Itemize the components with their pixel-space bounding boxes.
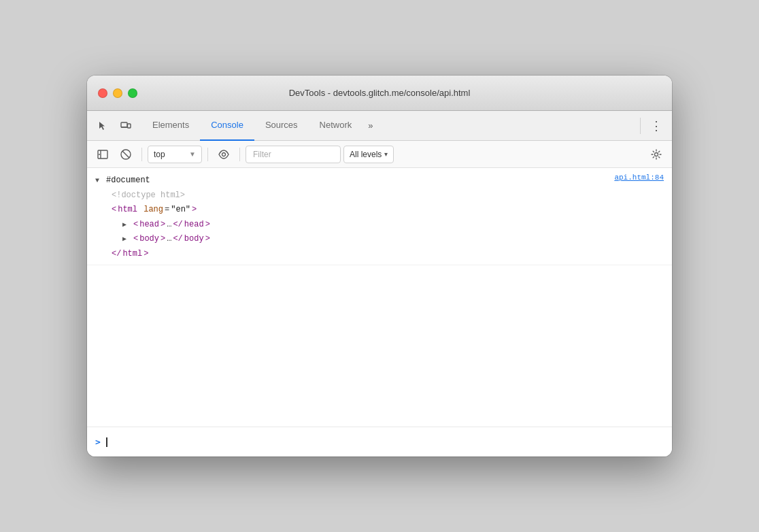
title-bar: DevTools - devtools.glitch.me/console/ap…: [87, 76, 672, 111]
toolbar-separator-3: [239, 148, 240, 161]
maximize-button[interactable]: [128, 88, 137, 98]
document-node: #document: [106, 173, 150, 188]
tabs-container: Elements Console Sources Network »: [141, 111, 635, 141]
svg-point-8: [222, 152, 226, 156]
console-output: ▼ #document <!doctype html> <html lang="…: [87, 168, 672, 427]
dom-document-line: ▼ #document: [95, 173, 614, 188]
clear-console-button[interactable]: [116, 145, 136, 164]
tab-separator: [640, 118, 641, 134]
tab-bar: Elements Console Sources Network » ⋮: [87, 111, 672, 141]
live-expressions-button[interactable]: [214, 145, 234, 164]
context-arrow-icon: ▼: [189, 150, 196, 158]
devtools-panel: Elements Console Sources Network » ⋮: [87, 111, 672, 456]
html-open-line: <html lang="en">: [95, 203, 614, 218]
console-cursor: [106, 437, 107, 447]
inspect-icon-button[interactable]: [92, 116, 113, 136]
levels-arrow-icon: ▾: [384, 150, 388, 158]
tab-elements[interactable]: Elements: [141, 111, 200, 141]
minimize-button[interactable]: [113, 88, 122, 98]
sidebar-toggle-button[interactable]: [92, 145, 113, 164]
tab-menu-button[interactable]: ⋮: [646, 116, 667, 136]
window-title: DevTools - devtools.glitch.me/console/ap…: [289, 88, 471, 98]
body-line: ▶ <body>…</body>: [95, 232, 614, 247]
log-source-link[interactable]: api.html:84: [614, 173, 664, 182]
svg-rect-0: [121, 122, 127, 127]
devtools-window: DevTools - devtools.glitch.me/console/ap…: [87, 76, 672, 456]
body-expand-toggle[interactable]: ▶: [122, 233, 132, 246]
tab-more-button[interactable]: »: [362, 111, 378, 141]
tab-network[interactable]: Network: [309, 111, 363, 141]
tab-sources[interactable]: Sources: [254, 111, 309, 141]
log-levels-selector[interactable]: All levels ▾: [343, 146, 394, 163]
toolbar-separator-2: [207, 148, 208, 161]
tab-console[interactable]: Console: [200, 111, 254, 141]
html-close-line: </html>: [95, 247, 614, 262]
execution-context-selector[interactable]: top ▼: [148, 146, 202, 163]
head-line: ▶ <head>…</head>: [95, 218, 614, 233]
toolbar-separator-1: [141, 148, 142, 161]
document-collapse-toggle[interactable]: ▼: [95, 175, 105, 187]
svg-line-7: [122, 151, 129, 158]
console-toolbar: top ▼ All levels ▾: [87, 141, 672, 168]
console-filter-input[interactable]: [246, 146, 341, 163]
device-toggle-button[interactable]: [116, 116, 136, 136]
tab-bar-icons: [92, 116, 136, 136]
console-input-area: >: [87, 427, 672, 456]
log-entry-document: ▼ #document <!doctype html> <html lang="…: [87, 171, 672, 265]
head-expand-toggle[interactable]: ▶: [122, 219, 132, 231]
traffic-lights: [98, 88, 137, 98]
settings-button[interactable]: [646, 145, 667, 164]
dom-tree: ▼ #document <!doctype html> <html lang="…: [95, 173, 614, 262]
svg-point-9: [655, 152, 658, 156]
console-prompt: >: [95, 437, 101, 447]
svg-rect-1: [128, 124, 131, 128]
close-button[interactable]: [98, 88, 107, 98]
doctype-line: <!doctype html>: [95, 188, 614, 203]
